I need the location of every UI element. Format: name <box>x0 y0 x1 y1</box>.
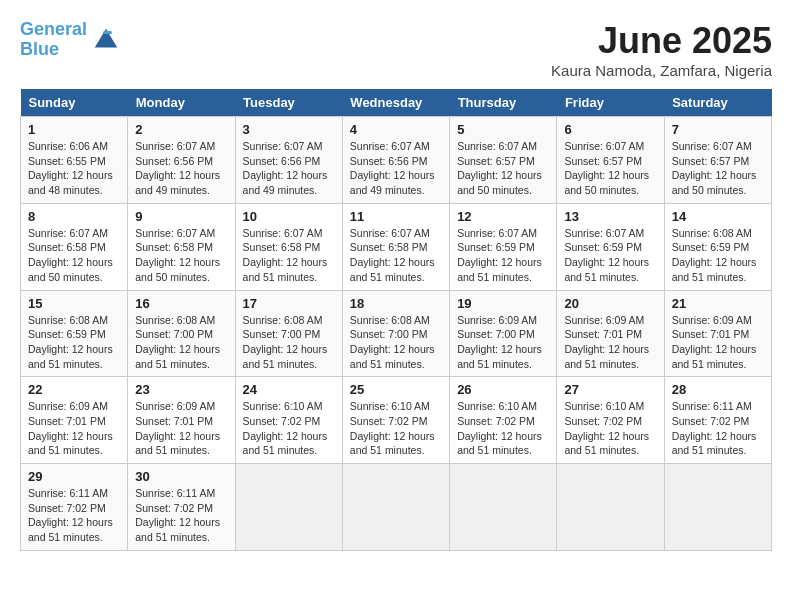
day-info: Sunrise: 6:07 AM Sunset: 6:56 PM Dayligh… <box>135 139 227 198</box>
day-number: 6 <box>564 122 656 137</box>
day-info: Sunrise: 6:08 AM Sunset: 7:00 PM Dayligh… <box>350 313 442 372</box>
day-info: Sunrise: 6:09 AM Sunset: 7:01 PM Dayligh… <box>564 313 656 372</box>
day-info: Sunrise: 6:07 AM Sunset: 6:58 PM Dayligh… <box>135 226 227 285</box>
calendar-cell: 8Sunrise: 6:07 AM Sunset: 6:58 PM Daylig… <box>21 203 128 290</box>
day-number: 26 <box>457 382 549 397</box>
day-info: Sunrise: 6:11 AM Sunset: 7:02 PM Dayligh… <box>672 399 764 458</box>
calendar-cell: 18Sunrise: 6:08 AM Sunset: 7:00 PM Dayli… <box>342 290 449 377</box>
day-number: 15 <box>28 296 120 311</box>
title-block: June 2025 Kaura Namoda, Zamfara, Nigeria <box>551 20 772 79</box>
day-number: 1 <box>28 122 120 137</box>
calendar-cell: 21Sunrise: 6:09 AM Sunset: 7:01 PM Dayli… <box>664 290 771 377</box>
day-info: Sunrise: 6:08 AM Sunset: 6:59 PM Dayligh… <box>28 313 120 372</box>
day-number: 9 <box>135 209 227 224</box>
calendar-cell: 11Sunrise: 6:07 AM Sunset: 6:58 PM Dayli… <box>342 203 449 290</box>
day-info: Sunrise: 6:09 AM Sunset: 7:00 PM Dayligh… <box>457 313 549 372</box>
calendar-cell <box>450 464 557 551</box>
day-info: Sunrise: 6:07 AM Sunset: 6:58 PM Dayligh… <box>350 226 442 285</box>
day-number: 21 <box>672 296 764 311</box>
day-info: Sunrise: 6:10 AM Sunset: 7:02 PM Dayligh… <box>243 399 335 458</box>
calendar-cell: 4Sunrise: 6:07 AM Sunset: 6:56 PM Daylig… <box>342 117 449 204</box>
calendar-cell: 17Sunrise: 6:08 AM Sunset: 7:00 PM Dayli… <box>235 290 342 377</box>
calendar-cell: 2Sunrise: 6:07 AM Sunset: 6:56 PM Daylig… <box>128 117 235 204</box>
week-row-5: 29Sunrise: 6:11 AM Sunset: 7:02 PM Dayli… <box>21 464 772 551</box>
logo-icon <box>91 25 121 55</box>
day-info: Sunrise: 6:07 AM Sunset: 6:58 PM Dayligh… <box>28 226 120 285</box>
day-number: 14 <box>672 209 764 224</box>
day-number: 3 <box>243 122 335 137</box>
calendar-cell: 25Sunrise: 6:10 AM Sunset: 7:02 PM Dayli… <box>342 377 449 464</box>
calendar-cell: 19Sunrise: 6:09 AM Sunset: 7:00 PM Dayli… <box>450 290 557 377</box>
calendar-cell <box>557 464 664 551</box>
day-info: Sunrise: 6:09 AM Sunset: 7:01 PM Dayligh… <box>672 313 764 372</box>
day-info: Sunrise: 6:08 AM Sunset: 6:59 PM Dayligh… <box>672 226 764 285</box>
calendar-cell: 22Sunrise: 6:09 AM Sunset: 7:01 PM Dayli… <box>21 377 128 464</box>
weekday-header-thursday: Thursday <box>450 89 557 117</box>
calendar-cell: 23Sunrise: 6:09 AM Sunset: 7:01 PM Dayli… <box>128 377 235 464</box>
calendar-cell: 9Sunrise: 6:07 AM Sunset: 6:58 PM Daylig… <box>128 203 235 290</box>
location-subtitle: Kaura Namoda, Zamfara, Nigeria <box>551 62 772 79</box>
day-number: 5 <box>457 122 549 137</box>
calendar-cell: 30Sunrise: 6:11 AM Sunset: 7:02 PM Dayli… <box>128 464 235 551</box>
page-header: General Blue June 2025 Kaura Namoda, Zam… <box>20 20 772 79</box>
month-title: June 2025 <box>551 20 772 62</box>
calendar-cell: 29Sunrise: 6:11 AM Sunset: 7:02 PM Dayli… <box>21 464 128 551</box>
calendar-cell: 15Sunrise: 6:08 AM Sunset: 6:59 PM Dayli… <box>21 290 128 377</box>
day-info: Sunrise: 6:07 AM Sunset: 6:57 PM Dayligh… <box>457 139 549 198</box>
day-number: 30 <box>135 469 227 484</box>
day-number: 19 <box>457 296 549 311</box>
day-number: 17 <box>243 296 335 311</box>
day-number: 16 <box>135 296 227 311</box>
calendar-cell: 6Sunrise: 6:07 AM Sunset: 6:57 PM Daylig… <box>557 117 664 204</box>
weekday-header-wednesday: Wednesday <box>342 89 449 117</box>
calendar-cell <box>342 464 449 551</box>
svg-rect-1 <box>103 31 112 34</box>
day-number: 22 <box>28 382 120 397</box>
day-info: Sunrise: 6:07 AM Sunset: 6:59 PM Dayligh… <box>457 226 549 285</box>
week-row-1: 1Sunrise: 6:06 AM Sunset: 6:55 PM Daylig… <box>21 117 772 204</box>
day-info: Sunrise: 6:06 AM Sunset: 6:55 PM Dayligh… <box>28 139 120 198</box>
calendar-cell: 20Sunrise: 6:09 AM Sunset: 7:01 PM Dayli… <box>557 290 664 377</box>
logo: General Blue <box>20 20 121 60</box>
calendar-cell: 1Sunrise: 6:06 AM Sunset: 6:55 PM Daylig… <box>21 117 128 204</box>
weekday-header-sunday: Sunday <box>21 89 128 117</box>
day-info: Sunrise: 6:07 AM Sunset: 6:57 PM Dayligh… <box>672 139 764 198</box>
calendar-cell: 3Sunrise: 6:07 AM Sunset: 6:56 PM Daylig… <box>235 117 342 204</box>
day-number: 28 <box>672 382 764 397</box>
day-number: 29 <box>28 469 120 484</box>
calendar-cell: 10Sunrise: 6:07 AM Sunset: 6:58 PM Dayli… <box>235 203 342 290</box>
logo-text: General Blue <box>20 20 87 60</box>
day-number: 13 <box>564 209 656 224</box>
calendar-cell: 26Sunrise: 6:10 AM Sunset: 7:02 PM Dayli… <box>450 377 557 464</box>
day-info: Sunrise: 6:08 AM Sunset: 7:00 PM Dayligh… <box>243 313 335 372</box>
day-info: Sunrise: 6:07 AM Sunset: 6:58 PM Dayligh… <box>243 226 335 285</box>
day-number: 23 <box>135 382 227 397</box>
logo-line2: Blue <box>20 39 59 59</box>
day-number: 8 <box>28 209 120 224</box>
week-row-2: 8Sunrise: 6:07 AM Sunset: 6:58 PM Daylig… <box>21 203 772 290</box>
calendar-cell: 12Sunrise: 6:07 AM Sunset: 6:59 PM Dayli… <box>450 203 557 290</box>
day-number: 2 <box>135 122 227 137</box>
logo-line1: General <box>20 19 87 39</box>
calendar-cell: 5Sunrise: 6:07 AM Sunset: 6:57 PM Daylig… <box>450 117 557 204</box>
weekday-header-row: SundayMondayTuesdayWednesdayThursdayFrid… <box>21 89 772 117</box>
calendar-cell: 16Sunrise: 6:08 AM Sunset: 7:00 PM Dayli… <box>128 290 235 377</box>
weekday-header-saturday: Saturday <box>664 89 771 117</box>
day-number: 10 <box>243 209 335 224</box>
day-number: 7 <box>672 122 764 137</box>
weekday-header-friday: Friday <box>557 89 664 117</box>
day-number: 20 <box>564 296 656 311</box>
calendar-cell <box>235 464 342 551</box>
calendar-cell: 14Sunrise: 6:08 AM Sunset: 6:59 PM Dayli… <box>664 203 771 290</box>
calendar-cell <box>664 464 771 551</box>
calendar-cell: 13Sunrise: 6:07 AM Sunset: 6:59 PM Dayli… <box>557 203 664 290</box>
day-info: Sunrise: 6:07 AM Sunset: 6:56 PM Dayligh… <box>350 139 442 198</box>
day-info: Sunrise: 6:10 AM Sunset: 7:02 PM Dayligh… <box>564 399 656 458</box>
weekday-header-monday: Monday <box>128 89 235 117</box>
day-number: 25 <box>350 382 442 397</box>
day-info: Sunrise: 6:11 AM Sunset: 7:02 PM Dayligh… <box>135 486 227 545</box>
day-number: 24 <box>243 382 335 397</box>
calendar-cell: 28Sunrise: 6:11 AM Sunset: 7:02 PM Dayli… <box>664 377 771 464</box>
calendar-cell: 27Sunrise: 6:10 AM Sunset: 7:02 PM Dayli… <box>557 377 664 464</box>
calendar-cell: 24Sunrise: 6:10 AM Sunset: 7:02 PM Dayli… <box>235 377 342 464</box>
